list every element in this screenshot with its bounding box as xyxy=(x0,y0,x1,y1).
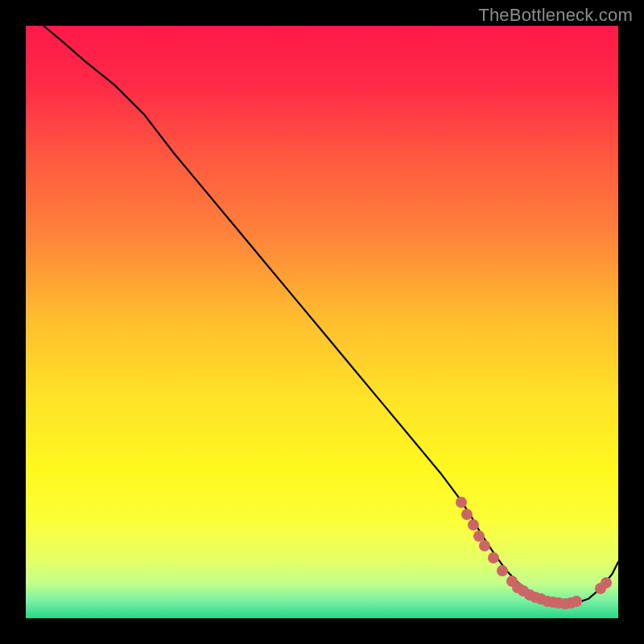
plot-area xyxy=(26,26,618,618)
background-gradient xyxy=(26,26,618,618)
chart-stage: TheBottleneck.com xyxy=(0,0,644,644)
attribution-text: TheBottleneck.com xyxy=(478,5,633,26)
svg-rect-0 xyxy=(26,26,618,618)
